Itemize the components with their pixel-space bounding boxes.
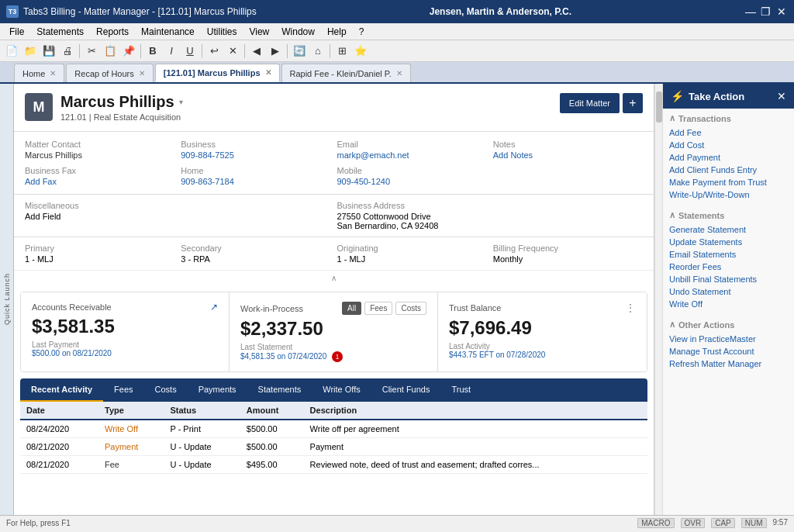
menu-file[interactable]: File [3,25,30,39]
menu-window[interactable]: Window [275,25,321,39]
originating-cell: Originating 1 - MLJ [337,244,487,264]
act-tab-costs[interactable]: Costs [144,378,188,402]
table-row[interactable]: 08/24/2020 Write Off P - Print $500.00 W… [20,420,647,438]
right-link-reorder-fees[interactable]: Reorder Fees [669,261,788,273]
table-row[interactable]: 08/21/2020 Fee U - Update $495.00 Review… [20,456,647,474]
add-button[interactable]: + [623,93,643,113]
tab-marcus[interactable]: [121.01] Marcus Phillips ✕ [155,64,280,82]
wip-card: Work-in-Process All Fees Costs $2,337.50… [230,292,438,371]
toolbar-open[interactable]: 📁 [22,43,39,60]
toolbar-forward[interactable]: ▶ [267,43,284,60]
tab-recap-close[interactable]: ✕ [139,69,145,78]
tab-rapidfee-close[interactable]: ✕ [396,69,402,78]
toolbar-undo[interactable]: ↩ [205,43,223,60]
cell-status: U - Update [164,456,240,474]
act-tab-payments[interactable]: Payments [188,378,247,402]
tab-home[interactable]: Home ✕ [14,64,64,82]
tab-marcus-close[interactable]: ✕ [265,68,271,77]
status-time: 9:57 [773,518,788,528]
act-tab-trust[interactable]: Trust [440,378,482,402]
table-row[interactable]: 08/21/2020 Payment U - Update $500.00 Pa… [20,438,647,456]
right-link-unbill-final-statements[interactable]: Unbill Final Statements [669,273,788,285]
toolbar-new[interactable]: 📄 [3,43,20,60]
matter-dropdown-arrow[interactable]: ▾ [179,98,183,106]
wip-tab-all[interactable]: All [342,302,361,315]
right-link-add-payment[interactable]: Add Payment [669,151,788,164]
primary-label: Primary [25,244,174,253]
edit-matter-button[interactable]: Edit Matter [560,93,620,113]
email-label: Email [337,140,487,149]
vertical-scrollbar[interactable] [654,84,662,515]
right-link-refresh-matter-manager[interactable]: Refresh Matter Manager [669,358,788,370]
act-tab-writeoffs[interactable]: Write Offs [312,378,371,402]
toolbar-cut[interactable]: ✂ [83,43,100,60]
ar-external-link-icon[interactable]: ↗ [210,302,218,313]
tab-home-label: Home [22,69,45,78]
right-link-manage-trust-account[interactable]: Manage Trust Account [669,345,788,358]
mobile-value[interactable]: 909-450-1240 [337,177,391,186]
toolbar-copy[interactable]: 📋 [102,43,119,60]
biz-fax-value[interactable]: Add Fax [25,177,57,186]
right-link-make-payment-from-trust[interactable]: Make Payment from Trust [669,176,788,188]
collapse-arrow[interactable]: ∧ [14,271,654,285]
act-tab-recent[interactable]: Recent Activity [20,378,103,402]
menu-maintenance[interactable]: Maintenance [135,25,201,39]
contact-grid: Matter Contact Marcus Phillips Business … [14,132,654,195]
toolbar-home[interactable]: ⌂ [309,43,326,60]
menu-reports[interactable]: Reports [90,25,135,39]
right-link-undo-statement[interactable]: Undo Statement [669,285,788,298]
wip-tab-costs[interactable]: Costs [395,302,426,315]
trust-last-activity-value[interactable]: $443.75 EFT on 07/28/2020 [449,351,545,359]
home-cell: Home 909-863-7184 [181,166,330,186]
matter-name: Marcus Phillips [60,93,174,111]
toolbar-refresh[interactable]: 🔄 [291,43,308,60]
right-link-email-statements[interactable]: Email Statements [669,248,788,261]
act-tab-clientfunds[interactable]: Client Funds [371,378,441,402]
tab-recap[interactable]: Recap of Hours ✕ [66,64,153,82]
quick-launch: Quick Launch [0,84,14,515]
right-link-write-off[interactable]: Write Off [669,298,788,310]
right-link-write-up/write-down[interactable]: Write-Up/Write-Down [669,188,788,201]
toolbar-print[interactable]: 🖨 [59,43,76,60]
add-field-link[interactable]: Add Field [25,212,60,221]
toolbar-save[interactable]: 💾 [40,43,57,60]
menu-view[interactable]: View [243,25,275,39]
restore-button[interactable]: ❐ [760,5,772,18]
email-value[interactable]: markp@emach.net [337,150,409,160]
menu-help[interactable]: Help [321,25,353,39]
close-button[interactable]: ✕ [775,5,788,18]
badge-cap: CAP [711,518,735,528]
act-tab-statements[interactable]: Statements [247,378,312,402]
right-panel-title-text: Take Action [689,91,744,102]
ar-last-payment-value[interactable]: $500.00 on 08/21/2020 [32,349,112,358]
right-link-add-cost[interactable]: Add Cost [669,139,788,151]
toolbar-back[interactable]: ◀ [248,43,265,60]
toolbar-paste[interactable]: 📌 [120,43,137,60]
toolbar-italic[interactable]: I [163,43,180,60]
toolbar-grid[interactable]: ⊞ [333,43,350,60]
toolbar-bold[interactable]: B [144,43,161,60]
toolbar-delete[interactable]: ✕ [224,43,241,60]
tab-home-close[interactable]: ✕ [50,69,56,78]
right-link-update-statements[interactable]: Update Statements [669,236,788,248]
right-link-view-in-practicemaster[interactable]: View in PracticeMaster [669,333,788,345]
toolbar-star[interactable]: ⭐ [352,43,369,60]
close-panel-button[interactable]: ✕ [777,90,786,102]
minimize-button[interactable]: — [744,5,757,18]
trust-more-icon[interactable]: ⋮ [625,302,636,314]
right-link-add-client-funds-entry[interactable]: Add Client Funds Entry [669,164,788,176]
right-link-add-fee[interactable]: Add Fee [669,126,788,139]
home-value[interactable]: 909-863-7184 [181,177,234,186]
toolbar-underline[interactable]: U [181,43,198,60]
menu-utilities[interactable]: Utilities [201,25,243,39]
act-tab-fees[interactable]: Fees [103,378,143,402]
menu-statements[interactable]: Statements [30,25,90,39]
business-value[interactable]: 909-884-7525 [181,150,234,160]
right-link-generate-statement[interactable]: Generate Statement [669,223,788,236]
originating-label: Originating [337,244,487,253]
notes-value[interactable]: Add Notes [493,150,533,160]
wip-tab-fees[interactable]: Fees [364,302,392,315]
wip-last-statement-value[interactable]: $4,581.35 on 07/24/2020 [240,352,326,361]
menu-help-icon[interactable]: ? [353,25,371,39]
tab-rapidfee[interactable]: Rapid Fee - Klein/Daniel P. ✕ [281,64,411,82]
